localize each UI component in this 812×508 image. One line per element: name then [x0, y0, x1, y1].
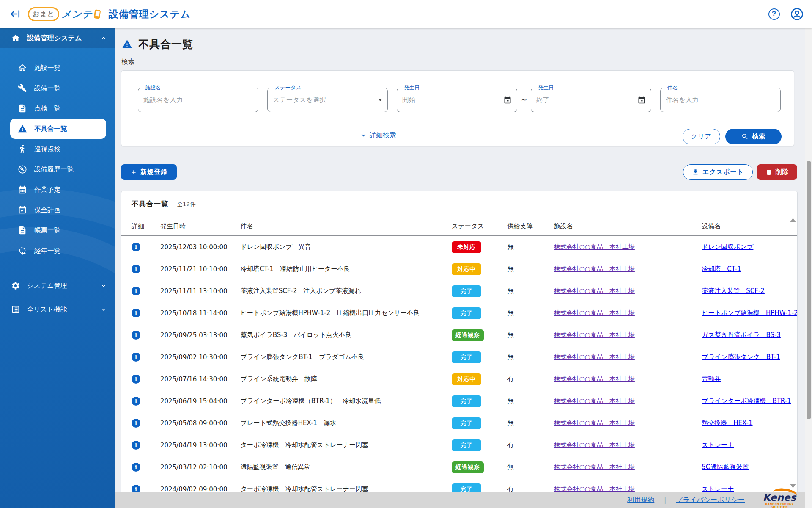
- logo-text-mente: メンテ: [61, 8, 93, 21]
- table-title: 不具合一覧: [132, 199, 169, 209]
- equipment-link[interactable]: ブライン膨張タンク BT-1: [702, 353, 780, 361]
- page-title-row: 不具合一覧: [122, 37, 193, 51]
- status-badge: 完了: [452, 439, 481, 451]
- sidebar-item-report-list[interactable]: 帳票一覧: [0, 220, 115, 240]
- register-button[interactable]: 新規登録: [121, 164, 177, 180]
- subject-input[interactable]: [666, 96, 775, 104]
- calendar-picker-button[interactable]: [637, 96, 646, 104]
- advanced-search-label: 詳細検索: [370, 131, 396, 140]
- equipment-link[interactable]: ヒートポンプ給湯機 HPHW-1-2: [702, 309, 797, 317]
- sidebar-item-all-list[interactable]: 全リスト機能: [0, 299, 115, 320]
- facility-link[interactable]: 株式会社○○食品 本社工場: [554, 463, 635, 471]
- table-row: i 2025/11/11 13:10:00 薬液注入装置SCF-2 注入ポンプ薬…: [121, 280, 797, 302]
- back-arrow-icon: [9, 8, 20, 19]
- sidebar-item-system-admin[interactable]: システム管理: [0, 276, 115, 296]
- sidebar-item-defect-list[interactable]: 不具合一覧: [10, 119, 106, 139]
- equipment-link[interactable]: ストレーナ: [702, 485, 734, 492]
- equipment-link[interactable]: 熱交換器 HEX-1: [702, 419, 752, 427]
- date-start-field[interactable]: 発生日: [397, 88, 517, 112]
- delete-button[interactable]: 削除: [757, 164, 797, 180]
- sidebar-item-aging-list[interactable]: 経年一覧: [0, 240, 115, 261]
- date-range-separator: ~: [520, 96, 528, 104]
- sidebar-item-equipment-list[interactable]: 設備一覧: [0, 78, 115, 98]
- equipment-link[interactable]: 冷却塔 CT-1: [702, 265, 741, 273]
- export-button-label: エクスポート: [702, 168, 744, 176]
- info-icon[interactable]: i: [132, 419, 140, 428]
- equipment-link[interactable]: ストレーナ: [702, 441, 734, 449]
- equipment-link[interactable]: 5G遠隔監視装置: [702, 463, 749, 471]
- equipment-link[interactable]: 薬液注入装置 SCF-2: [702, 287, 765, 295]
- info-icon[interactable]: i: [132, 331, 140, 340]
- page-scrollbar-thumb[interactable]: [807, 161, 811, 419]
- sidebar-item-equipment-history[interactable]: 設備履歴一覧: [0, 159, 115, 179]
- facility-link[interactable]: 株式会社○○食品 本社工場: [554, 397, 635, 405]
- calendar-picker-button[interactable]: [503, 96, 512, 104]
- facility-name-input[interactable]: [143, 96, 253, 104]
- subject-field[interactable]: 件名: [660, 88, 781, 112]
- status-select-field[interactable]: ステータス: [267, 88, 388, 112]
- sidebar-item-patrol-inspection[interactable]: 巡視点検: [0, 139, 115, 159]
- advanced-search-toggle[interactable]: 詳細検索: [360, 131, 396, 140]
- date-end-input[interactable]: [536, 96, 635, 104]
- info-icon[interactable]: i: [132, 485, 140, 492]
- clear-button[interactable]: クリア: [683, 129, 720, 144]
- back-button[interactable]: [8, 7, 22, 21]
- sidebar-item-maintenance-plan[interactable]: 保全計画: [0, 200, 115, 220]
- sidebar-item-work-schedule[interactable]: 作業予定: [0, 179, 115, 200]
- facility-link[interactable]: 株式会社○○食品 本社工場: [554, 243, 635, 251]
- search-card: 施設名 ステータス 発生日 ~ 発生日: [121, 70, 794, 146]
- facility-link[interactable]: 株式会社○○食品 本社工場: [554, 375, 635, 383]
- facility-link[interactable]: 株式会社○○食品 本社工場: [554, 331, 635, 339]
- info-icon[interactable]: i: [132, 243, 140, 251]
- date-end-field[interactable]: 発生日: [531, 88, 651, 112]
- export-button[interactable]: エクスポート: [683, 164, 753, 180]
- dropdown-caret-icon[interactable]: [378, 99, 382, 101]
- equipment-link[interactable]: ガス焚き貫流ボイラ BS-3: [702, 331, 781, 339]
- table-scroll-up-icon[interactable]: [790, 218, 796, 222]
- equipment-link[interactable]: ドレン回収ポンプ: [702, 243, 753, 251]
- sidebar-item-label: システム管理: [27, 282, 67, 290]
- page-scrollbar[interactable]: [805, 28, 812, 508]
- equipment-link[interactable]: ブラインターボ冷凍機 BTR-1: [702, 397, 791, 405]
- facility-link[interactable]: 株式会社○○食品 本社工場: [554, 441, 635, 449]
- equipment-cell: ブライン膨張タンク BT-1: [702, 353, 797, 361]
- facility-link[interactable]: 株式会社○○食品 本社工場: [554, 265, 635, 273]
- help-button[interactable]: ?: [767, 7, 781, 21]
- facility-cell: 株式会社○○食品 本社工場: [554, 353, 702, 361]
- info-icon[interactable]: i: [132, 287, 140, 295]
- search-card-divider: [134, 125, 781, 125]
- help-icon: ?: [768, 8, 780, 20]
- subject-cell: 薬液注入装置SCF-2 注入ポンプ薬液漏れ: [241, 287, 452, 295]
- facility-link[interactable]: 株式会社○○食品 本社工場: [554, 485, 635, 492]
- main-content: 不具合一覧 検索 施設名 ステータス 発生日: [115, 28, 805, 508]
- privacy-link[interactable]: プライバシーポリシー: [676, 496, 745, 505]
- sidebar-item-facility-list[interactable]: 施設一覧: [0, 58, 115, 78]
- subject-cell: ドレン回収ポンプ 異音: [241, 243, 452, 251]
- table-scroll-down-icon[interactable]: [790, 484, 796, 488]
- equipment-link[interactable]: 電動弁: [702, 375, 721, 383]
- info-icon[interactable]: i: [132, 353, 140, 362]
- info-icon[interactable]: i: [132, 441, 140, 450]
- facility-link[interactable]: 株式会社○○食品 本社工場: [554, 287, 635, 295]
- info-icon[interactable]: i: [132, 397, 140, 406]
- status-badge: 完了: [452, 395, 481, 407]
- search-button[interactable]: 検索: [725, 129, 782, 144]
- issue-list-card: 不具合一覧 全12件 詳細 発生日時 件名 ステータス 供給支障 施設名 設備名…: [121, 190, 798, 492]
- info-icon[interactable]: i: [132, 265, 140, 273]
- sidebar-group-header[interactable]: 設備管理システム: [0, 28, 115, 48]
- terms-link[interactable]: 利用規約: [627, 496, 654, 505]
- info-icon[interactable]: i: [132, 375, 140, 384]
- status-select-input[interactable]: [273, 96, 376, 104]
- sidebar-item-inspection-list[interactable]: 点検一覧: [0, 98, 115, 119]
- facility-link[interactable]: 株式会社○○食品 本社工場: [554, 419, 635, 427]
- date-start-input[interactable]: [402, 96, 501, 104]
- app-logo: おまと メンテ: [28, 7, 100, 21]
- field-label: 件名: [665, 84, 680, 91]
- info-icon[interactable]: i: [132, 309, 140, 318]
- account-button[interactable]: [790, 7, 804, 21]
- info-icon[interactable]: i: [132, 463, 140, 472]
- facility-link[interactable]: 株式会社○○食品 本社工場: [554, 309, 635, 317]
- facility-name-field[interactable]: 施設名: [138, 88, 258, 112]
- detail-cell: i: [132, 243, 160, 251]
- facility-link[interactable]: 株式会社○○食品 本社工場: [554, 353, 635, 361]
